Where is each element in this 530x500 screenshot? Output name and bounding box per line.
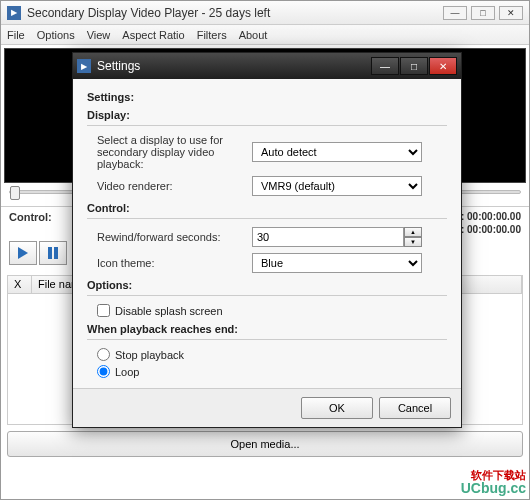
- dialog-body: Settings: Display: Select a display to u…: [73, 79, 461, 388]
- settings-dialog: ▶ Settings — □ ✕ Settings: Display: Sele…: [72, 52, 462, 428]
- menu-about[interactable]: About: [239, 29, 268, 41]
- stop-playback-radio[interactable]: [97, 348, 110, 361]
- icon-theme-select[interactable]: Blue: [252, 253, 422, 273]
- watermark-line2: UCbug.cc: [461, 481, 526, 496]
- main-titlebar: ▶ Secondary Display Video Player - 25 da…: [1, 1, 529, 25]
- dialog-close-button[interactable]: ✕: [429, 57, 457, 75]
- divider: [87, 339, 447, 340]
- svg-rect-1: [48, 247, 52, 259]
- display-select[interactable]: Auto detect: [252, 142, 422, 162]
- pause-button[interactable]: [39, 241, 67, 265]
- position-value: 00:00:00.00: [467, 211, 521, 222]
- spin-down-button[interactable]: ▼: [404, 237, 422, 247]
- dialog-icon: ▶: [77, 59, 91, 73]
- display-select-label: Select a display to use for secondary di…: [97, 134, 252, 170]
- menu-aspect-ratio[interactable]: Aspect Ratio: [122, 29, 184, 41]
- display-group: Display:: [87, 109, 447, 121]
- renderer-select[interactable]: VMR9 (default): [252, 176, 422, 196]
- divider: [87, 125, 447, 126]
- menubar: File Options View Aspect Ratio Filters A…: [1, 25, 529, 45]
- stop-playback-label: Stop playback: [115, 349, 184, 361]
- icon-theme-label: Icon theme:: [97, 257, 252, 269]
- minimize-button[interactable]: —: [443, 6, 467, 20]
- play-button[interactable]: [9, 241, 37, 265]
- control-label: Control:: [9, 211, 52, 237]
- length-value: 00:00:00.00: [467, 224, 521, 235]
- watermark: 软件下载站 UCbug.cc: [461, 469, 526, 496]
- dialog-footer: OK Cancel: [73, 388, 461, 427]
- menu-view[interactable]: View: [87, 29, 111, 41]
- rewind-label: Rewind/forward seconds:: [97, 231, 252, 243]
- menu-file[interactable]: File: [7, 29, 25, 41]
- divider: [87, 218, 447, 219]
- app-icon: ▶: [7, 6, 21, 20]
- open-media-label: Open media...: [230, 438, 299, 450]
- pause-icon: [45, 245, 61, 261]
- disable-splash-checkbox[interactable]: [97, 304, 110, 317]
- settings-heading: Settings:: [87, 91, 447, 103]
- watermark-line1: 软件下载站: [461, 469, 526, 481]
- playback-end-group: When playback reaches end:: [87, 323, 447, 335]
- dialog-titlebar[interactable]: ▶ Settings — □ ✕: [73, 53, 461, 79]
- divider: [87, 295, 447, 296]
- menu-filters[interactable]: Filters: [197, 29, 227, 41]
- col-x[interactable]: X: [8, 276, 32, 293]
- spin-up-button[interactable]: ▲: [404, 227, 422, 237]
- open-media-button[interactable]: Open media...: [7, 431, 523, 457]
- dialog-maximize-button[interactable]: □: [400, 57, 428, 75]
- disable-splash-label: Disable splash screen: [115, 305, 223, 317]
- rewind-input[interactable]: [252, 227, 404, 247]
- renderer-label: Video renderer:: [97, 180, 252, 192]
- svg-marker-0: [18, 247, 28, 259]
- close-button[interactable]: ✕: [499, 6, 523, 20]
- play-icon: [15, 245, 31, 261]
- ok-button[interactable]: OK: [301, 397, 373, 419]
- dialog-minimize-button[interactable]: —: [371, 57, 399, 75]
- options-group: Options:: [87, 279, 447, 291]
- maximize-button[interactable]: □: [471, 6, 495, 20]
- window-title: Secondary Display Video Player - 25 days…: [27, 6, 443, 20]
- menu-options[interactable]: Options: [37, 29, 75, 41]
- seek-thumb[interactable]: [10, 186, 20, 200]
- loop-label: Loop: [115, 366, 139, 378]
- control-group: Control:: [87, 202, 447, 214]
- svg-rect-2: [54, 247, 58, 259]
- loop-radio[interactable]: [97, 365, 110, 378]
- dialog-title: Settings: [97, 59, 370, 73]
- cancel-button[interactable]: Cancel: [379, 397, 451, 419]
